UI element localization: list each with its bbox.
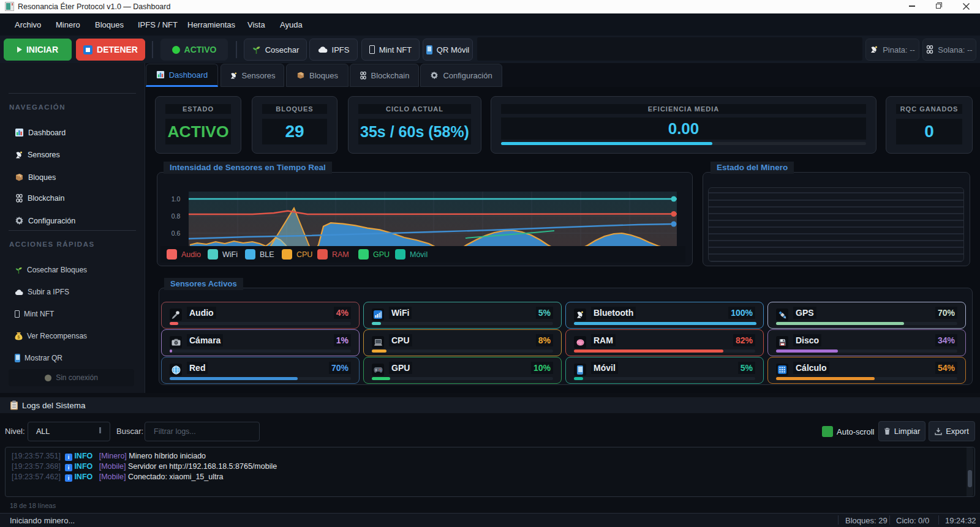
svg-text:0.6: 0.6 [172, 230, 181, 237]
svg-text:0.8: 0.8 [172, 212, 181, 220]
svg-text:$: $ [18, 335, 20, 340]
svg-text:1.0: 1.0 [172, 195, 181, 203]
